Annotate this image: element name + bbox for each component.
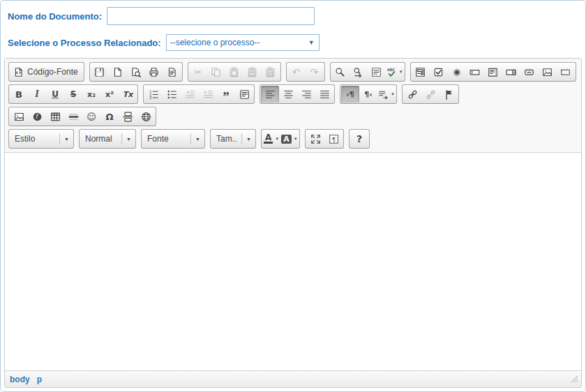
- undo-button: ↶: [287, 63, 306, 80]
- bold-button[interactable]: B: [10, 86, 28, 103]
- size-combo[interactable]: Tam..▼: [210, 129, 256, 149]
- hidden-field-button[interactable]: [557, 63, 575, 80]
- preview-button[interactable]: [127, 63, 145, 80]
- select-field-button[interactable]: [502, 63, 520, 80]
- unlink-icon: [426, 89, 436, 100]
- print-button[interactable]: [145, 63, 163, 80]
- new-page-button[interactable]: [109, 63, 127, 80]
- text-field-icon: [469, 67, 480, 77]
- toolbar-group: f☺Ω: [8, 107, 156, 126]
- textarea-icon: [488, 67, 498, 77]
- superscript-icon: x²: [105, 91, 114, 98]
- special-char-button[interactable]: Ω: [100, 108, 119, 125]
- spell-check-button[interactable]: ABC▼: [386, 63, 404, 80]
- special-char-icon: Ω: [105, 112, 113, 121]
- table-button[interactable]: [46, 108, 64, 125]
- image-button[interactable]: [10, 108, 28, 125]
- preview-icon: [130, 67, 141, 77]
- subscript-button[interactable]: x₂: [82, 86, 100, 103]
- button-button[interactable]: [520, 63, 539, 80]
- styles-combo[interactable]: Estilo▼: [8, 129, 74, 149]
- hidden-field-icon: [560, 67, 571, 77]
- styles-combo-label: Estilo: [9, 134, 39, 144]
- align-center-button[interactable]: [279, 86, 297, 103]
- radio-button-button[interactable]: ◉: [448, 63, 466, 80]
- copy-button: [207, 63, 225, 80]
- checkbox-button[interactable]: [430, 63, 448, 80]
- text-field-button[interactable]: [466, 63, 484, 80]
- chevron-down-icon: ▼: [59, 133, 73, 144]
- strikethrough-button[interactable]: S: [64, 86, 82, 103]
- form-icon: [415, 67, 426, 77]
- size-combo-label: Tam..: [211, 134, 241, 144]
- resize-grip-icon[interactable]: [571, 375, 578, 383]
- editor-content-area[interactable]: [5, 153, 581, 370]
- select-all-button[interactable]: [368, 63, 386, 80]
- source-button[interactable]: Código-Fonte: [10, 63, 83, 80]
- paste-icon: [229, 67, 239, 77]
- outdent-button: [181, 86, 199, 103]
- remove-format-button[interactable]: Tx: [119, 86, 137, 103]
- toolbar-row: f☺Ω: [8, 107, 578, 126]
- show-blocks-icon: ¶: [329, 134, 339, 144]
- document-name-label: Nome do Documento:: [8, 11, 102, 22]
- format-combo[interactable]: Normal▼: [79, 129, 136, 149]
- text-color-button[interactable]: A▼: [262, 130, 280, 147]
- form-button[interactable]: [412, 63, 430, 80]
- svg-text:¶: ¶: [332, 135, 336, 142]
- blockquote-button[interactable]: ”: [217, 86, 235, 103]
- align-right-button[interactable]: [297, 86, 315, 103]
- text-color-icon: A: [264, 134, 273, 144]
- bidi-rtl-button[interactable]: ¶‹: [359, 86, 377, 103]
- show-blocks-button[interactable]: ¶: [324, 130, 343, 147]
- textarea-button[interactable]: [484, 63, 502, 80]
- save-button[interactable]: [91, 63, 109, 80]
- replace-button[interactable]: [350, 63, 368, 80]
- paste-word-button: W: [262, 63, 280, 80]
- bg-color-button[interactable]: A▼: [280, 130, 299, 147]
- align-left-button[interactable]: [261, 86, 279, 103]
- richtext-editor: Código-Fonte✂W↶↷ABC▼◉BIUSx₂x²Tx123”›¶¶‹▼…: [4, 58, 582, 388]
- element-path: body p: [10, 375, 49, 384]
- maximize-button[interactable]: [306, 130, 324, 147]
- font-combo[interactable]: Fonte▼: [141, 129, 205, 149]
- anchor-button[interactable]: [440, 86, 458, 103]
- toolbar-group: ?: [349, 129, 370, 149]
- toolbar-group: ↶↷: [286, 62, 325, 82]
- find-button[interactable]: [331, 63, 350, 80]
- spell-check-icon: ABC: [386, 67, 397, 77]
- div-container-button[interactable]: [235, 86, 253, 103]
- language-button[interactable]: ▼: [377, 86, 396, 103]
- toolbar-group: ◉: [410, 62, 576, 82]
- page-break-button[interactable]: [119, 108, 137, 125]
- element-path-body[interactable]: body: [10, 375, 30, 384]
- templates-button[interactable]: [163, 63, 181, 80]
- iframe-button[interactable]: [137, 108, 155, 125]
- paste-word-icon: W: [265, 67, 276, 77]
- about-button[interactable]: ?: [350, 130, 368, 147]
- italic-button[interactable]: I: [28, 86, 46, 103]
- bulleted-list-button[interactable]: [163, 86, 181, 103]
- image-button-button[interactable]: [539, 63, 557, 80]
- justify-block-button[interactable]: [315, 86, 333, 103]
- flash-button[interactable]: f: [28, 108, 46, 125]
- numbered-list-button[interactable]: 123: [144, 86, 163, 103]
- iframe-icon: [141, 112, 151, 122]
- process-select[interactable]: --selecione o processo-- ▼: [166, 34, 320, 51]
- horizontal-rule-button[interactable]: [64, 108, 82, 125]
- remove-format-icon: Tx: [123, 91, 133, 98]
- superscript-button[interactable]: x²: [100, 86, 119, 103]
- document-form: Nome do Documento: Selecione o Processo …: [1, 1, 585, 58]
- smiley-button[interactable]: ☺: [82, 108, 100, 125]
- svg-text:3: 3: [149, 96, 151, 100]
- align-left-icon: [265, 89, 276, 100]
- element-path-p[interactable]: p: [37, 375, 42, 384]
- div-container-icon: [239, 89, 250, 100]
- process-label: Selecione o Processo Relacionado:: [8, 38, 161, 48]
- new-page-icon: [112, 67, 123, 77]
- bidi-ltr-button[interactable]: ›¶: [341, 86, 359, 103]
- toolbar-group: [89, 62, 183, 82]
- document-name-input[interactable]: [107, 7, 315, 25]
- link-button[interactable]: [403, 86, 421, 103]
- underline-button[interactable]: U: [46, 86, 64, 103]
